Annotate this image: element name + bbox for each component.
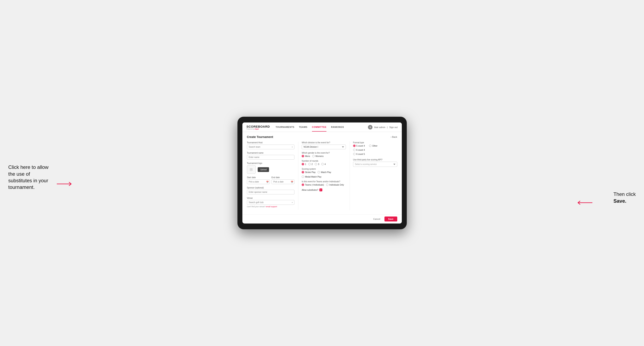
rounds-2-option[interactable]: 2: [308, 163, 313, 165]
venue-email-link[interactable]: email support: [266, 206, 277, 208]
rounds-2-radio[interactable]: [308, 163, 311, 165]
form-col-1: Tournament Host ▾ Tournament name Tourna: [247, 142, 295, 210]
gender-womens-option[interactable]: Womens: [312, 155, 324, 157]
rounds-label: Number of rounds: [302, 160, 346, 162]
format-6count5-option[interactable]: 6 count 5: [353, 153, 397, 155]
individuals-only-option[interactable]: Individuals Only: [326, 183, 344, 186]
tournament-host-input[interactable]: [247, 145, 295, 149]
format-5count4-option[interactable]: 5 count 4: [353, 145, 365, 147]
host-dropdown-icon: ▾: [292, 146, 293, 148]
start-date-group: Start date 📅: [247, 176, 270, 184]
rounds-radio-group: 1 2 3: [302, 163, 346, 165]
tournament-logo-group: Tournament logo ⊞ Upload: [247, 162, 295, 174]
gender-mens-radio[interactable]: [302, 155, 304, 157]
scoring-system-label: Scoring system: [302, 168, 346, 170]
format-type-label: Format type: [353, 142, 397, 144]
scoring-service-select[interactable]: Select a scoring service Select & scorin…: [353, 162, 397, 167]
end-date-wrap: 📅: [272, 179, 294, 184]
allow-subs-label: Allow substitutes?: [302, 189, 318, 191]
format-options: 5 count 4 Other 6 count 4: [353, 145, 397, 155]
teams-individuals-radio[interactable]: [302, 183, 304, 186]
venue-help-text: Can't find your venue? email support: [247, 206, 295, 208]
stroke-play-radio[interactable]: [302, 171, 304, 173]
sponsor-group: Sponsor (optional): [247, 187, 295, 194]
venue-input[interactable]: [247, 200, 295, 205]
stroke-play-option[interactable]: Stroke Play: [302, 171, 316, 173]
image-placeholder-icon: ⊞: [250, 167, 253, 172]
division-label: Which division is the event for?: [302, 142, 346, 144]
username: blair admin: [374, 126, 385, 129]
left-annotation: Click here to allow the use of substitut…: [8, 164, 54, 191]
logo-name: SCOREBOARD: [246, 125, 270, 128]
logo: SCOREBOARD Powered by clippd: [246, 125, 270, 130]
format-other-radio[interactable]: [369, 145, 372, 147]
api-label: Use third-party live scoring API?: [353, 159, 397, 161]
event-type-label: Is this event for Teams and/or Individua…: [302, 180, 346, 183]
rounds-4-option[interactable]: 4: [321, 163, 326, 165]
tournament-host-group: Tournament Host ▾: [247, 142, 295, 149]
nav-tournaments[interactable]: TOURNAMENTS: [276, 123, 294, 132]
rounds-4-radio[interactable]: [321, 163, 324, 165]
nav-user-area: B blair admin | Sign out: [368, 125, 398, 130]
teams-individuals-option[interactable]: Teams (+Individuals): [302, 183, 324, 186]
arrow-left-annotation: [57, 180, 78, 188]
sponsor-input[interactable]: [247, 190, 295, 194]
tournament-name-input[interactable]: [247, 155, 295, 160]
rounds-group: Number of rounds 1 2: [302, 160, 346, 165]
tournament-host-label: Tournament Host: [247, 142, 295, 144]
form-content: Create Tournament Back Tournament Host ▾: [242, 132, 402, 214]
page-title: Create Tournament: [247, 135, 273, 139]
rounds-3-radio[interactable]: [315, 163, 317, 165]
format-5count4-radio[interactable]: [353, 145, 356, 147]
back-link[interactable]: Back: [391, 136, 397, 138]
start-date-icon: 📅: [266, 181, 269, 183]
nav-rankings[interactable]: RANKINGS: [331, 123, 344, 132]
nav-committee[interactable]: COMMITTEE: [312, 123, 327, 132]
medal-match-play-option[interactable]: Medal Match Play: [302, 175, 321, 178]
venue-group: Venue ▾ Can't find your venue? email sup…: [247, 197, 295, 208]
individuals-only-radio[interactable]: [326, 183, 328, 186]
tournament-name-label: Tournament name: [247, 152, 295, 154]
form-col-3: Format type 5 count 4 Other: [350, 142, 397, 210]
avatar: B: [368, 125, 372, 130]
tournament-logo-label: Tournament logo: [247, 162, 295, 164]
allow-subs-checkbox[interactable]: [320, 188, 322, 191]
division-group: Which division is the event for? NCAA Di…: [302, 142, 346, 149]
rounds-3-option[interactable]: 3: [315, 163, 319, 165]
api-group: Use third-party live scoring API? Select…: [353, 159, 397, 167]
page-header: Create Tournament Back: [247, 135, 397, 139]
gender-womens-radio[interactable]: [312, 155, 315, 157]
nav-teams[interactable]: TEAMS: [299, 123, 308, 132]
logo-powered: Powered by clippd: [246, 128, 270, 130]
right-annotation: Then click Save.: [614, 191, 636, 204]
save-button[interactable]: Save: [384, 216, 397, 221]
format-6count4-option[interactable]: 6 count 4: [353, 149, 397, 151]
allow-subs-group: Allow substitutes?: [302, 188, 346, 191]
arrow-right-annotation: [572, 198, 592, 207]
venue-label: Venue: [247, 197, 295, 199]
gender-mens-option[interactable]: Mens: [302, 155, 310, 157]
logo-upload-area: ⊞ Upload: [247, 165, 295, 174]
medal-match-play-radio[interactable]: [302, 175, 304, 178]
format-6count5-radio[interactable]: [353, 153, 356, 155]
rounds-1-radio[interactable]: [302, 163, 304, 165]
event-type-group: Is this event for Teams and/or Individua…: [302, 180, 346, 186]
form-footer: Cancel Save: [242, 214, 402, 223]
start-date-label: Start date: [247, 176, 270, 178]
match-play-option[interactable]: Match Play: [318, 171, 331, 173]
form-grid: Tournament Host ▾ Tournament name Tourna: [247, 142, 397, 210]
format-6count4-radio[interactable]: [353, 149, 356, 151]
division-select[interactable]: NCAA Division I: [302, 145, 346, 149]
event-type-radio-group: Teams (+Individuals) Individuals Only: [302, 183, 346, 186]
format-other-option[interactable]: Other: [369, 145, 378, 147]
cancel-button[interactable]: Cancel: [371, 216, 383, 221]
sign-out-link[interactable]: Sign out: [389, 126, 398, 129]
end-date-group: End date 📅: [272, 176, 294, 184]
upload-button[interactable]: Upload: [258, 167, 269, 172]
sponsor-label: Sponsor (optional): [247, 187, 295, 189]
gender-group: Which gender is the event for? Mens Wome…: [302, 152, 346, 157]
allow-subs-checkbox-group: Allow substitutes?: [302, 188, 346, 191]
rounds-1-option[interactable]: 1: [302, 163, 306, 165]
navigation: SCOREBOARD Powered by clippd TOURNAMENTS…: [242, 123, 402, 132]
match-play-radio[interactable]: [318, 171, 320, 173]
